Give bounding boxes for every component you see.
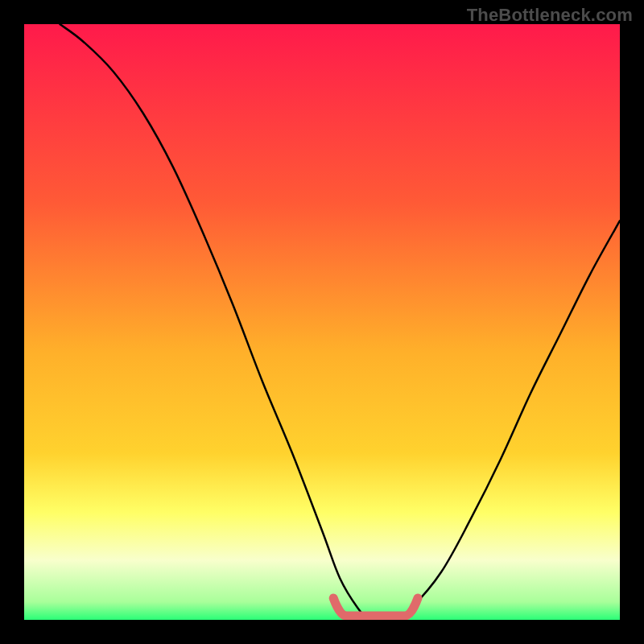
watermark-text: TheBottleneck.com — [467, 5, 633, 26]
chart-frame: TheBottleneck.com — [0, 0, 644, 644]
plot-svg — [24, 24, 620, 620]
plot-area — [24, 24, 620, 620]
